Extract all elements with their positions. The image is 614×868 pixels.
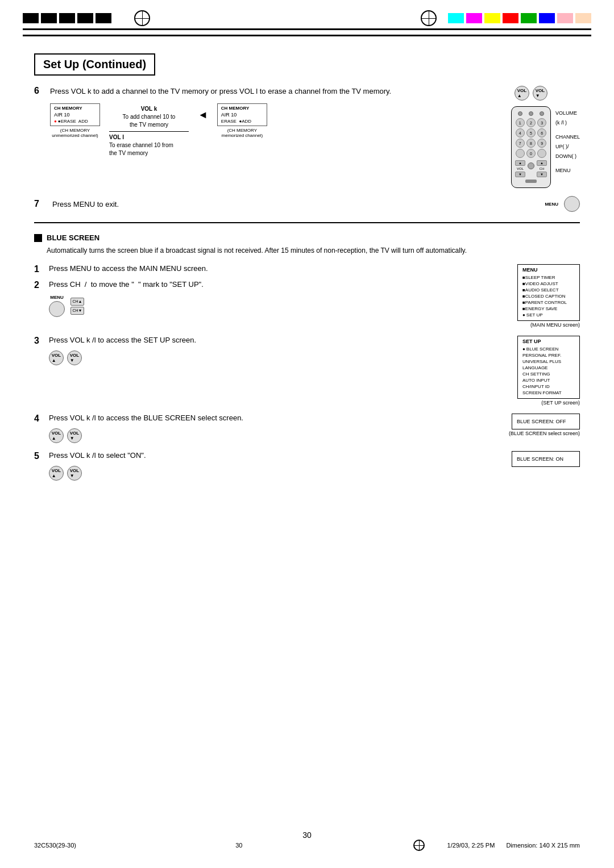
setup-menu-title: SET UP xyxy=(522,339,575,344)
footer-center: 30 xyxy=(235,842,242,849)
step7-number: 7 xyxy=(34,199,45,209)
blue-screen-off-caption: (BLUE SCREEN select screen) xyxy=(509,431,580,436)
page-title: Set Up (Continued) xyxy=(43,58,146,71)
step6-number: 6 xyxy=(34,86,45,96)
vol-remote-bs5: VOL▲ VOL▼ xyxy=(49,466,82,481)
step7-text: Press MENU to exit. xyxy=(52,200,538,208)
remote-side-labels: VOLUME (k /l ) CHANNEL UP( )/ DOWN( ) ME… xyxy=(555,86,580,176)
page-number: 30 xyxy=(302,831,312,840)
ch-memory-screen-right: CH MEMORY AIR 10 ERASE ●ADD xyxy=(217,103,267,126)
section-bullet xyxy=(34,234,42,242)
footer-right: 1/29/03, 2:25 PM xyxy=(447,842,495,849)
bs-step3-row: 3 Press VOL k /l to access the SET UP sc… xyxy=(34,336,580,406)
bs-step3-text: Press VOL k /l to access the SET UP scre… xyxy=(49,336,196,344)
black-bars xyxy=(23,13,111,23)
vol-up-btn[interactable]: VOL▲ xyxy=(515,86,529,101)
vol-l-bs5[interactable]: VOL▼ xyxy=(67,466,82,481)
bs-step3-number: 3 xyxy=(34,336,44,346)
blue-screen-desc: Automatically turns the screen blue if a… xyxy=(47,245,580,256)
bs-step5-row: 5 Press VOL k /l to select "ON". VOL▲ VO… xyxy=(34,451,580,481)
section-divider xyxy=(34,222,580,223)
color-squares xyxy=(448,13,591,23)
bs-step4-text: Press VOL k /l to access the BLUE SCREEN… xyxy=(49,414,243,422)
step6-text: Press VOL k to add a channel to the TV m… xyxy=(50,86,391,98)
vol-l-action: To erase channel 10 fromthe TV memory xyxy=(109,141,189,157)
blue-screen-section: BLUE SCREEN Automatically turns the scre… xyxy=(34,233,580,256)
bs-step1-number: 1 xyxy=(34,264,44,274)
vol-k-bs3[interactable]: VOL▲ xyxy=(49,350,64,365)
bottom-rule xyxy=(23,35,591,36)
blue-screen-title: BLUE SCREEN xyxy=(47,233,99,242)
remote-illustration: 123 456 789 0 ▲ VOL ▼ ▲ xyxy=(511,106,551,188)
bs-step4-number: 4 xyxy=(34,414,44,424)
crosshair-left xyxy=(134,10,150,26)
vol-k-bs4[interactable]: VOL▲ xyxy=(49,428,64,443)
main-menu-screen: MENU ■SLEEP TIMER ■VIDEO ADJUST ■AUDIO S… xyxy=(517,264,580,321)
blue-screen-off-text: BLUE SCREEN: OFF xyxy=(517,416,575,427)
vol-k-label: VOL k xyxy=(109,106,189,112)
main-menu-title: MENU xyxy=(522,267,575,273)
main-menu-caption: (MAIN MENU screen) xyxy=(530,322,580,328)
footer-left: 32C530(29-30) xyxy=(34,842,76,849)
crosshair-right xyxy=(421,10,437,26)
vol-l-bs3[interactable]: VOL▼ xyxy=(67,350,82,365)
main-content: Set Up (Continued) 6 Press VOL k to add … xyxy=(0,42,614,511)
bs-step2-text: Press CH / to move the " " mark to "SET … xyxy=(49,280,204,289)
setup-screen-caption: (SET UP screen) xyxy=(541,400,580,406)
vol-remote-bs4: VOL▲ VOL▼ xyxy=(49,428,82,443)
bs-step2-number: 2 xyxy=(34,280,44,290)
vol-k-bs5[interactable]: VOL▲ xyxy=(49,466,64,481)
menu-button-step7[interactable] xyxy=(564,196,580,212)
step7: 7 Press MENU to exit. MENU xyxy=(34,196,580,212)
bs-step5-text: Press VOL k /l to select "ON". xyxy=(49,451,146,460)
bs-step4-row: 4 Press VOL k /l to access the BLUE SCRE… xyxy=(34,414,580,443)
vol-down-btn[interactable]: VOL▼ xyxy=(533,86,547,101)
vol-buttons-area: VOL▲ VOL▼ xyxy=(515,86,547,101)
blue-screen-on-text: BLUE SCREEN: ON xyxy=(517,454,575,464)
vol-l-label: VOL l xyxy=(109,134,189,140)
blue-screen-off-screen: BLUE SCREEN: OFF xyxy=(512,414,580,429)
vol-remote-bs3: VOL▲ VOL▼ xyxy=(49,350,82,365)
bs-step5-number: 5 xyxy=(34,451,44,461)
vol-k-action: To add channel 10 tothe TV memory xyxy=(109,113,189,129)
page-footer: 32C530(29-30) 30 1/29/03, 2:25 PM Dimens… xyxy=(34,840,580,851)
footer-dimension: Dimension: 140 X 215 mm xyxy=(506,842,580,849)
bs-step1-row: 1 Press MENU to access the MAIN MENU scr… xyxy=(34,264,580,328)
page-title-box: Set Up (Continued) xyxy=(34,53,155,76)
setup-menu-screen: SET UP BLUE SCREEN PERSONAL PREF. UNIVER… xyxy=(517,336,580,399)
crosshair-bottom xyxy=(413,840,425,851)
vol-l-bs4[interactable]: VOL▼ xyxy=(67,428,82,443)
ch-memory-screen-left: CH MEMORY AIR 10 ●ERASE ADD xyxy=(50,103,100,126)
blue-screen-on-screen: BLUE SCREEN: ON xyxy=(512,451,580,467)
color-bar xyxy=(0,0,614,26)
menu-btn-bs1[interactable] xyxy=(49,301,65,317)
bs-step1-text: Press MENU to access the MAIN MENU scree… xyxy=(49,264,208,273)
